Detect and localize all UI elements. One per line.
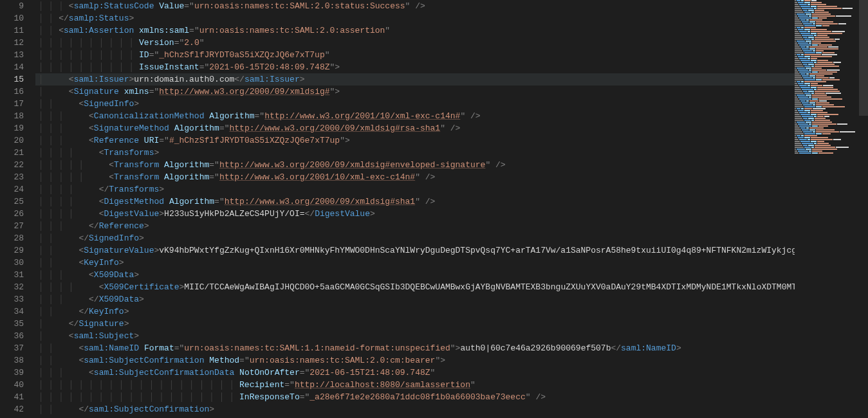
- code-line[interactable]: │ │ │ <X509Data>: [35, 269, 868, 281]
- code-line[interactable]: │ │ │ <CanonicalizationMethod Algorithm=…: [35, 110, 868, 122]
- indent-guide: │: [39, 87, 69, 96]
- line-number: 13: [0, 49, 24, 61]
- code-line[interactable]: │ │ │ </X509Data>: [35, 293, 868, 305]
- indent-guide: │ │ │: [39, 136, 89, 145]
- token-txt: [159, 160, 164, 170]
- line-number: 19: [0, 122, 24, 134]
- code-line[interactable]: │ │ │ │ <DigestMethod Algorithm="http://…: [35, 195, 868, 208]
- code-line[interactable]: │ │ │ │ │ │ │ │ │ │ ID="_hChzSflfJRYDT0a…: [35, 49, 868, 61]
- line-number: 14: [0, 61, 24, 73]
- code-line[interactable]: │ │ │ <SignatureMethod Algorithm="http:/…: [35, 122, 868, 134]
- code-line[interactable]: │ │ <saml:Assertion xmlns:saml="urn:oasi…: [35, 24, 868, 37]
- indent-guide: │ │ │: [39, 1, 69, 11]
- indent-guide: │: [39, 75, 69, 84]
- line-number: 9: [0, 0, 24, 12]
- code-line[interactable]: │ │ </samlp:Status>: [35, 12, 868, 24]
- token-pun: />: [425, 172, 436, 182]
- code-line[interactable]: │ │ </KeyInfo>: [35, 305, 868, 318]
- code-line[interactable]: │ │ │ │ │ │ │ │ │ │ │ │ │ │ │ │ │ │ │ │ …: [35, 391, 868, 403]
- token-attr: Algorithm: [209, 111, 254, 121]
- code-line[interactable]: │ │ │ │ <Transforms>: [35, 147, 868, 159]
- line-number: 11: [0, 24, 24, 37]
- indent-guide: │ │ │ │ │: [39, 392, 89, 402]
- code-line[interactable]: │ │ <SignedInfo>: [35, 98, 868, 110]
- token-pun: =: [219, 123, 225, 133]
- token-pun: >: [209, 404, 214, 414]
- token-pun: <: [69, 87, 74, 96]
- token-str: urn:oasis:names:tc:SAML:1.1:nameid-forma…: [184, 343, 450, 353]
- token-pun: />: [425, 197, 436, 206]
- indent-guide: │ │: [39, 343, 78, 353]
- line-number: 24: [0, 183, 24, 195]
- code-line[interactable]: │ │ │ <Reference URI="#_hChzSflfJRYDT0aS…: [35, 134, 868, 147]
- code-line[interactable]: │ │ │ │ │ │ │ │ │ │ Version="2.0": [35, 37, 868, 49]
- code-editor[interactable]: 9101112131415161718192021222324252627282…: [0, 0, 868, 418]
- token-pun: </: [89, 221, 99, 231]
- code-line[interactable]: │ │ │ │ <DigestValue>H233uS1yHkPb2ALZeCS…: [35, 208, 868, 220]
- token-pun: <: [69, 1, 74, 11]
- line-number: 26: [0, 208, 24, 220]
- code-line[interactable]: │ │ │ │ │ <Transform Algorithm="http://w…: [35, 171, 868, 183]
- token-pun: >: [144, 221, 149, 231]
- token-tag: SignedInfo: [89, 233, 139, 243]
- token-pun: =: [214, 197, 219, 206]
- scroll-thumb[interactable]: [859, 0, 868, 116]
- code-line[interactable]: │ │ │ </Reference>: [35, 220, 868, 232]
- token-tag: SignatureValue: [84, 246, 154, 255]
- token-txt: [169, 123, 174, 133]
- code-line[interactable]: │ │ │ <samlp:StatusCode Value="urn:oasis…: [35, 0, 868, 12]
- code-line[interactable]: │ │ │ │ │ │ │ │ │ │ IssueInstant="2021-0…: [35, 61, 868, 73]
- code-line[interactable]: │ │ │ │ │ │ │ │ │ │ │ │ │ │ │ │ │ │ │ │ …: [35, 379, 868, 391]
- indent-guide: │ │: [39, 26, 59, 35]
- code-line[interactable]: │ │ <SignatureValue>vK94hbPWxtYfgZzKug+Q…: [35, 244, 868, 257]
- token-tag: saml:Subject: [74, 331, 134, 341]
- token-pun: ": [164, 136, 169, 145]
- code-line[interactable]: │ │ <saml:SubjectConfirmation Method="ur…: [35, 354, 868, 367]
- code-line[interactable]: │ │ │ │ <X509Certificate>MIIC/TCCAeWgAwI…: [35, 281, 868, 293]
- indent-guide: │ │: [39, 356, 78, 365]
- minimap[interactable]: [795, 0, 859, 418]
- code-line[interactable]: │ │ </SignedInfo>: [35, 232, 868, 244]
- code-line[interactable]: │ │ <saml:NameID Format="urn:oasis:names…: [35, 342, 868, 354]
- code-line[interactable]: │ <saml:Issuer>urn:domain.auth0.com</sam…: [35, 73, 868, 86]
- token-pun: ": [290, 380, 295, 390]
- token-str: #_hChzSflfJRYDT0aS5iXZQzJQ6e7xT7up: [169, 136, 340, 145]
- indent-guide: │ │ │ │ │: [39, 160, 109, 170]
- code-line[interactable]: │ │ </saml:SubjectConfirmation>: [35, 403, 868, 415]
- line-number: 31: [0, 269, 24, 281]
- line-number-gutter: 9101112131415161718192021222324252627282…: [0, 0, 35, 418]
- token-pun: ": [526, 392, 531, 402]
- code-area[interactable]: │ │ │ <samlp:StatusCode Value="urn:oasis…: [35, 0, 868, 418]
- indent-guide: │ │: [39, 62, 59, 72]
- code-line[interactable]: │ │ │ │ </Transforms>: [35, 183, 868, 195]
- token-tag: Reference: [99, 221, 144, 231]
- token-pun: ": [259, 111, 264, 121]
- code-line[interactable]: │ <saml:Subject>: [35, 330, 868, 342]
- token-pun: ": [225, 123, 230, 133]
- token-tag: saml:NameID: [84, 343, 139, 353]
- token-pun: =: [300, 392, 305, 402]
- token-pun: =: [159, 136, 164, 145]
- token-pun: =: [184, 1, 189, 11]
- token-pun: ": [415, 197, 420, 206]
- code-line[interactable]: │ │ │ <saml:SubjectConfirmationData NotO…: [35, 367, 868, 379]
- token-pun: </: [611, 343, 621, 353]
- vertical-scrollbar[interactable]: [859, 0, 868, 418]
- token-pun: >: [159, 185, 164, 194]
- indent-guide: │ │ │ │: [39, 282, 99, 292]
- token-pun: >: [139, 233, 144, 243]
- token-txt: [445, 123, 450, 133]
- token-pun: <: [69, 75, 74, 84]
- token-pun: ": [245, 356, 250, 365]
- indent-guide: │ │: [39, 258, 78, 268]
- token-pun: <: [109, 160, 114, 170]
- token-pun: <: [89, 136, 94, 145]
- code-line[interactable]: │ │ <KeyInfo>: [35, 257, 868, 269]
- code-line[interactable]: │ │ │ │ │ <Transform Algorithm="http://w…: [35, 159, 868, 171]
- token-tag: X509Certificate: [104, 282, 179, 292]
- token-pun: ": [450, 343, 456, 353]
- token-pun: ": [440, 123, 445, 133]
- code-line[interactable]: │ </Signature>: [35, 318, 868, 330]
- code-line[interactable]: │ <Signature xmlns="http://www.w3.org/20…: [35, 86, 868, 98]
- token-pun: >: [124, 307, 129, 316]
